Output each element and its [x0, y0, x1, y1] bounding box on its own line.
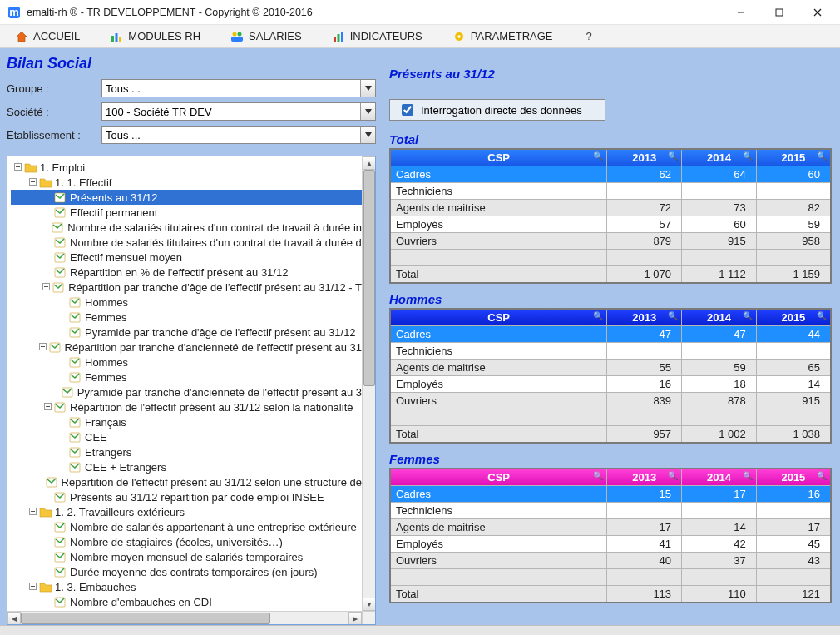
- column-header[interactable]: 2015🔍: [756, 469, 831, 486]
- menu-accueil[interactable]: ACCUEIL: [8, 27, 86, 46]
- groupe-select[interactable]: Tous ...: [101, 79, 376, 97]
- tree-node[interactable]: Répartition par tranche d'ancienneté de …: [11, 340, 362, 355]
- tree-node[interactable]: Répartition en % de l'effectif présent a…: [11, 265, 362, 280]
- scroll-right-icon[interactable]: ▶: [348, 612, 362, 625]
- tree-node[interactable]: Présents au 31/12: [11, 190, 362, 205]
- column-header[interactable]: 2013🔍: [607, 469, 682, 486]
- tree-node-label: Français: [85, 416, 126, 429]
- tree-collapse-icon[interactable]: [38, 343, 47, 352]
- direct-query-checkbox-row[interactable]: Interrogation directe des données: [389, 99, 605, 121]
- tree-collapse-icon[interactable]: [42, 283, 52, 292]
- column-header[interactable]: 2013🔍: [607, 309, 682, 326]
- tree-node[interactable]: Femmes: [11, 310, 362, 325]
- tree-node[interactable]: Effectif mensuel moyen: [11, 250, 362, 265]
- tree-node[interactable]: CEE: [11, 429, 362, 444]
- magnifier-icon[interactable]: 🔍: [743, 471, 753, 480]
- tree-collapse-icon[interactable]: [12, 163, 22, 172]
- value-cell: 40: [607, 553, 682, 569]
- tree-node[interactable]: 1. 2. Travailleurs extérieurs: [11, 504, 362, 519]
- tree-node[interactable]: CEE + Etrangers: [11, 459, 362, 474]
- menu-help[interactable]: ?: [576, 27, 602, 45]
- tree-node[interactable]: Nombre moyen mensuel de salariés tempora…: [11, 549, 362, 564]
- dropdown-button-icon: [360, 103, 375, 120]
- tree-node[interactable]: Présents au 31/12 répartition par code e…: [11, 489, 362, 504]
- menu-indicateurs[interactable]: INDICATEURS: [325, 27, 429, 46]
- menu-modules-rh[interactable]: MODULES RH: [103, 27, 207, 46]
- column-header[interactable]: 2014🔍: [682, 469, 757, 486]
- magnifier-icon[interactable]: 🔍: [668, 471, 678, 480]
- magnifier-icon[interactable]: 🔍: [817, 151, 827, 161]
- magnifier-icon[interactable]: 🔍: [817, 471, 827, 480]
- tree-node[interactable]: Nombre de salariés titulaires d'un contr…: [11, 235, 362, 250]
- magnifier-icon[interactable]: 🔍: [743, 311, 753, 320]
- tree-vscrollbar[interactable]: ▲ ▼: [362, 156, 375, 611]
- menu-salaries-label: SALARIES: [249, 30, 302, 42]
- tree-node[interactable]: 1. Emploi: [11, 160, 362, 175]
- scrollbar-thumb[interactable]: [21, 613, 270, 624]
- column-header[interactable]: 2015🔍: [756, 309, 831, 326]
- tree-node[interactable]: Hommes: [11, 295, 362, 310]
- tree-collapse-icon[interactable]: [27, 508, 37, 517]
- tree-collapse-icon[interactable]: [42, 403, 52, 412]
- tree-node[interactable]: Pyramide par tranche d'âge de l'effectif…: [11, 325, 362, 340]
- column-header[interactable]: 2014🔍: [682, 149, 757, 166]
- direct-query-checkbox[interactable]: [402, 104, 413, 116]
- tree-node[interactable]: Durée moyenne des contrats temporaires (…: [11, 564, 362, 579]
- tree-node-label: Pyramide par tranche d'âge de l'effectif…: [85, 326, 356, 339]
- magnifier-icon[interactable]: 🔍: [668, 311, 678, 320]
- magnifier-icon[interactable]: 🔍: [668, 151, 678, 161]
- tree-node[interactable]: Effectif permanent: [11, 205, 362, 220]
- menu-indicateurs-label: INDICATEURS: [350, 30, 422, 42]
- tree-node[interactable]: Répartition de l'effectif présent au 31/…: [11, 399, 362, 414]
- tree-node[interactable]: Hommes: [11, 355, 362, 370]
- tree-node[interactable]: Femmes: [11, 370, 362, 384]
- tree-node[interactable]: Pyramide par tranche d'ancienneté de l'e…: [11, 384, 362, 399]
- total-value-cell: 1 112: [682, 266, 757, 284]
- magnifier-icon[interactable]: 🔍: [743, 151, 753, 161]
- tree-hscrollbar[interactable]: ◀ ▶: [7, 611, 362, 624]
- report-leaf-icon: [69, 446, 82, 458]
- tree-node[interactable]: Répartition par tranche d'âge de l'effec…: [11, 280, 362, 295]
- menu-salaries[interactable]: SALARIES: [224, 27, 309, 46]
- tree-collapse-icon[interactable]: [27, 178, 37, 187]
- tree-node[interactable]: 1. 3. Embauches: [11, 579, 362, 594]
- tree-node[interactable]: 1. 1. Effectif: [11, 175, 362, 190]
- column-header[interactable]: 2013🔍: [607, 149, 682, 166]
- separator-row: [390, 569, 831, 586]
- scroll-left-icon[interactable]: ◀: [7, 612, 21, 625]
- tree-node[interactable]: Nombre de salariés titulaires d'un contr…: [11, 220, 362, 235]
- column-header[interactable]: CSP🔍: [390, 309, 607, 326]
- tree-node[interactable]: Français: [11, 414, 362, 429]
- tree-collapse-icon[interactable]: [27, 583, 37, 592]
- row-label-cell: Ouvriers: [390, 233, 607, 250]
- column-header[interactable]: 2014🔍: [682, 309, 757, 326]
- column-header[interactable]: CSP🔍: [390, 149, 607, 166]
- tree-node[interactable]: Répartition de l'effectif présent au 31/…: [11, 474, 362, 489]
- scroll-down-icon[interactable]: ▼: [363, 598, 376, 611]
- svg-rect-12: [334, 37, 336, 42]
- value-cell: 958: [756, 233, 831, 250]
- window-maximize-button[interactable]: [760, 0, 798, 25]
- magnifier-icon[interactable]: 🔍: [593, 471, 603, 480]
- column-header[interactable]: CSP🔍: [390, 469, 607, 486]
- tree-node-label: Etrangers: [85, 446, 131, 459]
- window-minimize-button[interactable]: [722, 0, 760, 25]
- tree-node[interactable]: Nombre de salariés appartenant à une ent…: [11, 519, 362, 534]
- magnifier-icon[interactable]: 🔍: [817, 311, 827, 320]
- societe-select[interactable]: 100 - Société TR DEV: [101, 102, 376, 121]
- groupe-label: Groupe :: [7, 82, 98, 95]
- total-row: Total1 0701 1121 159: [390, 266, 831, 284]
- tree-node[interactable]: Nombre d'embauches en CDI: [11, 594, 362, 609]
- column-header[interactable]: 2015🔍: [756, 149, 831, 166]
- tree-node-label: Nombre moyen mensuel de salariés tempora…: [70, 551, 303, 563]
- magnifier-icon[interactable]: 🔍: [593, 311, 603, 320]
- scroll-up-icon[interactable]: ▲: [363, 156, 376, 170]
- tree-node-label: Effectif mensuel moyen: [70, 251, 182, 264]
- window-close-button[interactable]: [798, 0, 837, 25]
- menu-parametrage[interactable]: PARAMETRAGE: [446, 27, 560, 46]
- scrollbar-thumb[interactable]: [363, 170, 375, 386]
- magnifier-icon[interactable]: 🔍: [593, 151, 603, 161]
- tree-node[interactable]: Etrangers: [11, 444, 362, 459]
- etablissement-select[interactable]: Tous ...: [101, 126, 376, 144]
- tree-node[interactable]: Nombre de stagiaires (écoles, université…: [11, 534, 362, 549]
